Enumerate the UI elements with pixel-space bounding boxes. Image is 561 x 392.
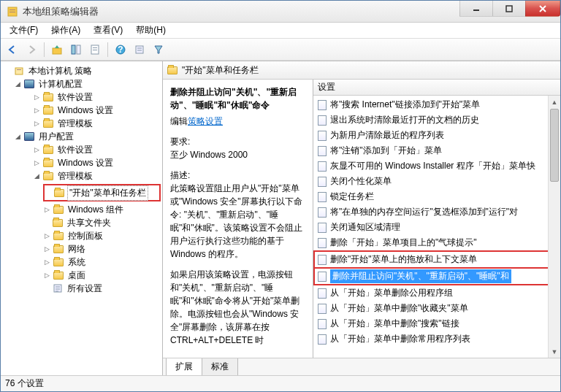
setting-icon [318, 146, 327, 156]
list-header[interactable]: 设置 [313, 80, 560, 96]
vertical-scrollbar[interactable]: ▲ ▼ [548, 96, 560, 358]
setting-label: 关闭通知区域清理 [330, 221, 400, 234]
setting-row[interactable]: 将"注销"添加到「开始」菜单 [313, 143, 560, 158]
svg-rect-12 [136, 46, 143, 53]
tree-net[interactable]: ▷网络 [1, 242, 162, 255]
setting-row[interactable]: 关闭个性化菜单 [313, 174, 560, 189]
svg-rect-8 [93, 47, 97, 48]
menu-help[interactable]: 帮助(H) [130, 23, 172, 38]
setting-label: 锁定任务栏 [330, 191, 374, 203]
setting-row[interactable]: 删除「开始」菜单项目上的"气球提示" [313, 235, 560, 250]
svg-text:?: ? [118, 45, 123, 55]
tree-user-soft[interactable]: ▷软件设置 [1, 143, 162, 156]
path-text: "开始"菜单和任务栏 [182, 64, 259, 77]
svg-rect-6 [77, 45, 80, 54]
tab-standard[interactable]: 标准 [202, 358, 238, 375]
tree-user-admin[interactable]: ◢管理模板 [1, 169, 162, 182]
setting-icon [318, 288, 327, 299]
tree-win-comp[interactable]: ▷Windows 组件 [1, 203, 162, 216]
list-body[interactable]: 将"搜索 Internet"链接添加到"开始"菜单退出系统时清除最近打开的文档的… [313, 96, 560, 358]
svg-rect-2 [9, 12, 15, 12]
filter-button[interactable] [150, 41, 167, 58]
menubar: 文件(F) 操作(A) 查看(V) 帮助(H) [1, 23, 560, 39]
setting-row[interactable]: 锁定任务栏 [313, 189, 560, 204]
menu-action[interactable]: 操作(A) [45, 23, 86, 38]
tree-user-win[interactable]: ▷Windows 设置 [1, 156, 162, 169]
req-label: 要求: [170, 137, 190, 147]
setting-row[interactable]: 删除并阻止访问"关机"、"重新启动"、"睡眠"和 [313, 267, 560, 285]
setting-label: 为新用户清除最近的程序列表 [330, 129, 444, 142]
setting-row[interactable]: 灰显不可用的 Windows Installer 程序「开始」菜单快 [313, 158, 560, 174]
desc-label: 描述: [170, 170, 190, 180]
setting-label: 从「开始」菜单中删除"搜索"链接 [330, 318, 459, 330]
folder-icon [167, 66, 178, 74]
properties-button[interactable] [86, 41, 104, 58]
setting-row[interactable]: 将"搜索 Internet"链接添加到"开始"菜单 [313, 97, 560, 112]
setting-row[interactable]: 从「开始」菜单删除公用程序组 [313, 285, 560, 301]
tree-pane[interactable]: 本地计算机 策略 ◢计算机配置 ▷软件设置 ▷Windows 设置 ▷管理模板 … [1, 61, 163, 375]
tree-sys[interactable]: ▷系统 [1, 255, 162, 269]
back-button[interactable] [4, 41, 21, 58]
svg-rect-5 [72, 45, 75, 54]
setting-row[interactable]: 为新用户清除最近的程序列表 [313, 128, 560, 143]
desc-p2: 如果启用该策略设置，电源按钮和"关机"、"重新启动"、"睡眠"和"休眠"命令将从… [170, 268, 305, 347]
setting-icon [318, 238, 327, 248]
tree-comp-cfg[interactable]: ◢计算机配置 [1, 77, 162, 91]
desc-heading: 删除并阻止访问"关机"、"重新启动"、"睡眠"和"休眠"命令 [170, 85, 305, 112]
svg-rect-1 [9, 9, 15, 10]
forward-button[interactable] [23, 41, 40, 58]
help-button[interactable]: ? [112, 41, 129, 58]
options-button[interactable] [131, 41, 148, 58]
setting-label: 灰显不可用的 Windows Installer 程序「开始」菜单快 [330, 160, 535, 172]
status-text: 76 个设置 [5, 377, 44, 390]
tree-desk[interactable]: ▷桌面 [1, 269, 162, 282]
tab-extended[interactable]: 扩展 [166, 358, 202, 375]
tree-root[interactable]: 本地计算机 策略 [1, 64, 162, 77]
setting-icon [318, 161, 327, 172]
window-title: 本地组策略编辑器 [23, 5, 460, 18]
path-bar: "开始"菜单和任务栏 [163, 61, 560, 80]
svg-rect-9 [93, 50, 97, 50]
setting-row[interactable]: 将"在单独的内存空间运行"复选框添加到"运行"对 [313, 204, 560, 220]
tree-start-taskbar[interactable]: "开始"菜单和任务栏 [45, 186, 159, 199]
tree-comp-admin[interactable]: ▷管理模板 [1, 117, 162, 130]
minimize-button[interactable] [459, 1, 493, 17]
view-tabs: 扩展 标准 [163, 358, 560, 375]
edit-policy-link[interactable]: 策略设置 [188, 116, 223, 126]
tree-ctrl[interactable]: ▷控制面板 [1, 229, 162, 242]
setting-row[interactable]: 关闭通知区域清理 [313, 220, 560, 235]
setting-icon [318, 192, 327, 202]
menu-file[interactable]: 文件(F) [4, 23, 44, 38]
maximize-button[interactable] [492, 1, 526, 17]
desc-p1: 此策略设置阻止用户从"开始"菜单或"Windows 安全"屏幕执行以下命令: "… [170, 183, 302, 259]
setting-icon [318, 207, 327, 218]
setting-row[interactable]: 从「开始」菜单中删除"搜索"链接 [313, 316, 560, 331]
status-bar: 76 个设置 [1, 375, 560, 391]
tree-comp-soft[interactable]: ▷软件设置 [1, 91, 162, 104]
tree-user-cfg[interactable]: ◢用户配置 [1, 130, 162, 143]
close-button[interactable] [525, 1, 560, 17]
setting-row[interactable]: 退出系统时清除最近打开的文档的历史 [313, 112, 560, 128]
show-hide-button[interactable] [67, 41, 85, 58]
setting-icon [318, 223, 327, 233]
scroll-down-icon[interactable]: ▼ [549, 345, 560, 358]
setting-icon [318, 319, 327, 329]
setting-row[interactable]: 从「开始」菜单中删除常用程序列表 [313, 331, 560, 347]
setting-label: 将"注销"添加到「开始」菜单 [330, 145, 442, 157]
content-area: 本地计算机 策略 ◢计算机配置 ▷软件设置 ▷Windows 设置 ▷管理模板 … [1, 61, 560, 375]
setting-label: 删除并阻止访问"关机"、"重新启动"、"睡眠"和 [330, 269, 511, 283]
tree-comp-win[interactable]: ▷Windows 设置 [1, 104, 162, 117]
menu-view[interactable]: 查看(V) [88, 23, 129, 38]
setting-icon [318, 131, 327, 141]
svg-rect-13 [15, 68, 23, 74]
scroll-thumb[interactable] [550, 109, 559, 182]
tree-all[interactable]: 所有设置 [1, 282, 162, 295]
scroll-up-icon[interactable]: ▲ [549, 96, 560, 108]
setting-icon [318, 272, 327, 282]
app-icon [7, 6, 18, 18]
tree-shared[interactable]: 共享文件夹 [1, 216, 162, 229]
setting-icon [318, 334, 327, 345]
setting-row[interactable]: 删除"开始"菜单上的拖放和上下文菜单 [313, 250, 560, 267]
up-button[interactable] [48, 41, 66, 58]
setting-row[interactable]: 从「开始」菜单中删除"收藏夹"菜单 [313, 301, 560, 316]
